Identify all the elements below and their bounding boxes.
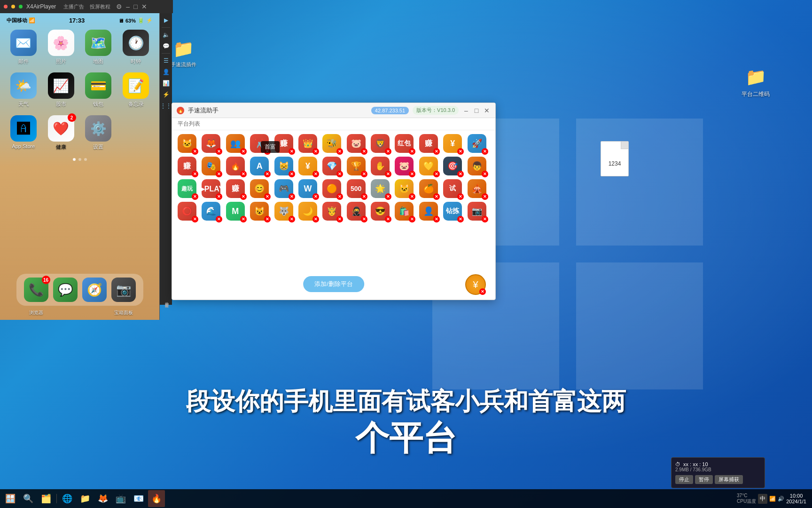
app-photos[interactable]: 🌸 照片	[45, 30, 77, 65]
desktop-file-area[interactable]: 1234	[601, 141, 629, 176]
dock-messages[interactable]: 💬	[53, 278, 78, 302]
delete-btn-37[interactable]: ✕	[433, 193, 440, 200]
delete-btn-19[interactable]: ✕	[312, 171, 319, 177]
platform-icon-22[interactable]: ✋ ✕	[371, 157, 391, 177]
delete-btn-47[interactable]: ✕	[361, 216, 367, 222]
delete-btn-32[interactable]: ✕	[312, 193, 319, 200]
app-stocks[interactable]: 📈 股市	[45, 72, 77, 108]
coin-delete-btn[interactable]: ✕	[479, 288, 486, 295]
delete-btn-34[interactable]: ✕	[361, 193, 367, 200]
platform-icon-23[interactable]: 🐷 ✕	[395, 157, 415, 177]
platform-icon-3[interactable]: 👥 ✕	[226, 134, 247, 155]
platform-icon-37[interactable]: 🍊 ✕	[419, 179, 440, 200]
delete-btn-2[interactable]: ✕	[216, 148, 222, 155]
tool-close-btn[interactable]: ✕	[483, 107, 491, 114]
delete-btn-22[interactable]: ✕	[385, 171, 391, 177]
search-button[interactable]: 🔍	[20, 490, 37, 507]
delete-btn-9[interactable]: ✕	[385, 148, 391, 155]
delete-btn-3[interactable]: ✕	[240, 148, 247, 155]
tool-minimize-btn[interactable]: –	[462, 107, 470, 114]
delete-btn-24[interactable]: ✕	[433, 171, 440, 177]
platform-icon-29[interactable]: 赚 ✕	[226, 179, 247, 200]
delete-btn-13[interactable]: ✕	[482, 148, 488, 155]
platform-icon-14[interactable]: 赚 ✕	[178, 157, 198, 177]
delete-btn-30[interactable]: ✕	[264, 193, 271, 200]
platform-icon-50[interactable]: 👤 ✕	[419, 202, 440, 222]
plugin-folder-icon[interactable]: 📁 手速流插件	[170, 38, 196, 68]
side-icon-2[interactable]: 🔈	[161, 30, 171, 40]
delete-btn-1[interactable]: ✕	[192, 148, 198, 155]
delete-btn-5[interactable]: ✕	[289, 148, 295, 155]
taskbar-app4[interactable]: 🔥	[148, 490, 165, 507]
platform-icon-31[interactable]: 🎮 ✕	[274, 179, 295, 200]
delete-btn-38[interactable]: ✕	[457, 193, 464, 200]
delete-btn-36[interactable]: ✕	[409, 193, 415, 200]
platform-icon-9[interactable]: 🦁 ✕	[371, 134, 391, 155]
maximize-btn[interactable]: □	[133, 3, 137, 10]
platform-icon-33[interactable]: 🟠 ✕	[322, 179, 343, 200]
close-btn[interactable]: ✕	[141, 3, 147, 10]
platform-icon-25[interactable]: 🎯 ✕	[443, 157, 464, 177]
platform-icon-8[interactable]: 🐷 ✕	[347, 134, 367, 155]
taskview-button[interactable]: 🗂️	[38, 490, 55, 507]
side-icon-8[interactable]: ⋮⋮	[161, 101, 171, 111]
delete-btn-45[interactable]: ✕	[312, 216, 319, 222]
platform-icon-20[interactable]: 💎 ✕	[322, 157, 343, 177]
delete-btn-48[interactable]: ✕	[385, 216, 391, 222]
delete-btn-11[interactable]: ✕	[433, 148, 440, 155]
taskbar-ie[interactable]: 🌐	[59, 490, 76, 507]
dock-camera[interactable]: 📷	[111, 278, 136, 302]
floating-coin-icon[interactable]: ¥ ✕	[465, 274, 486, 295]
delete-btn-51[interactable]: ✕	[457, 216, 464, 222]
taskbar-sound-icon[interactable]: 🔊	[778, 496, 784, 502]
platform-icon-47[interactable]: 🥷 ✕	[347, 202, 367, 222]
platform-icon-48[interactable]: 😎 ✕	[371, 202, 391, 222]
platform-icon-28[interactable]: ▶PLAY ✕	[202, 179, 222, 200]
delete-btn-49[interactable]: ✕	[409, 216, 415, 222]
tool-maximize-btn[interactable]: □	[473, 107, 480, 114]
platform-icon-32[interactable]: W ✕	[298, 179, 319, 200]
app-maps[interactable]: 🗺️ 地图	[83, 30, 115, 65]
maximize-icon[interactable]	[19, 5, 23, 8]
delete-btn-33[interactable]: ✕	[336, 193, 343, 200]
delete-btn-29[interactable]: ✕	[240, 193, 247, 200]
delete-btn-10[interactable]: ✕	[409, 148, 415, 155]
platform-icon-15[interactable]: 🎭 ✕	[202, 157, 222, 177]
delete-btn-43[interactable]: ✕	[264, 216, 271, 222]
delete-btn-8[interactable]: ✕	[361, 148, 367, 155]
delete-btn-25[interactable]: ✕	[457, 171, 464, 177]
app-clock[interactable]: 🕐 时钟	[120, 30, 152, 65]
close-icon[interactable]	[4, 5, 8, 8]
platform-icon-39[interactable]: 🎪 ✕	[468, 179, 488, 200]
platform-icon-27[interactable]: 趣玩 ✕	[178, 179, 198, 200]
platform-icon-51[interactable]: 钻拣 ✕	[443, 202, 464, 222]
app-wallet[interactable]: 💳 钱包	[83, 72, 115, 108]
app-notes[interactable]: 📝 备忘录	[120, 72, 152, 108]
platform-icon-40[interactable]: ⭕ ✕	[178, 202, 198, 222]
minimize-icon[interactable]	[11, 5, 15, 8]
taskbar-app1[interactable]: 🦊	[94, 490, 111, 507]
capture-button[interactable]: 屏幕捕获	[715, 475, 743, 484]
platform-icon-2[interactable]: 🦊 ✕	[202, 134, 222, 155]
dock-phone[interactable]: 📞 16	[24, 278, 48, 302]
delete-btn-50[interactable]: ✕	[433, 216, 440, 222]
add-platform-button[interactable]: 添加/删除平台	[303, 276, 364, 292]
app-health[interactable]: ❤️ 2 健康	[45, 115, 77, 151]
platform-icon-12[interactable]: ¥ ✕	[443, 134, 464, 155]
minimize-btn[interactable]: –	[126, 3, 130, 10]
platform-icon-44[interactable]: 🐺 ✕	[274, 202, 295, 222]
platform-icon-10[interactable]: 红包 ✕	[395, 134, 415, 155]
delete-btn-41[interactable]: ✕	[216, 216, 222, 222]
taskbar-input-method[interactable]: 中	[758, 494, 767, 504]
side-icon-5[interactable]: 👤	[161, 67, 171, 77]
taskbar-explorer[interactable]: 📁	[77, 490, 94, 507]
platform-icon-35[interactable]: 🌟 ✕	[371, 179, 391, 200]
platform-icon-6[interactable]: 👑 ✕	[298, 134, 319, 155]
settings-icon[interactable]: ⚙	[116, 3, 122, 10]
delete-btn-44[interactable]: ✕	[289, 216, 295, 222]
app-settings[interactable]: ⚙️ 设置	[83, 115, 115, 151]
delete-btn-12[interactable]: ✕	[457, 148, 464, 155]
delete-btn-20[interactable]: ✕	[336, 171, 343, 177]
delete-btn-35[interactable]: ✕	[385, 193, 391, 200]
platform-icon-36[interactable]: 🐱 ✕	[395, 179, 415, 200]
